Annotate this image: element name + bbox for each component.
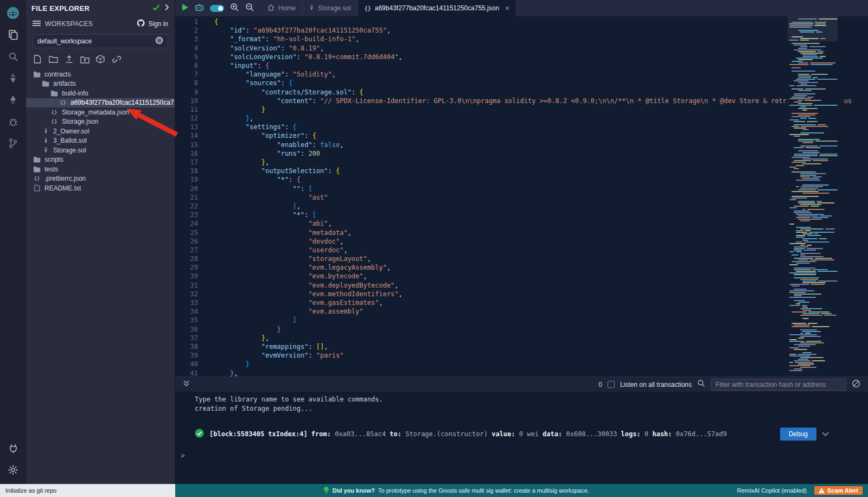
expand-panel-icon[interactable]	[164, 3, 169, 13]
code-line: "metadata",	[214, 228, 788, 237]
tree-item-label: README.txt	[44, 184, 81, 192]
tree-item[interactable]: contracts	[26, 69, 175, 79]
code-line: "devdoc",	[214, 237, 788, 246]
tree-item[interactable]: Storage.sol	[26, 145, 175, 155]
settings-icon[interactable]	[3, 460, 23, 480]
code-line: "evm.legacyAssembly",	[214, 263, 788, 272]
terminal[interactable]: Type the library name to see available c…	[175, 392, 868, 484]
deploy-run-icon[interactable]	[3, 90, 23, 110]
tree-item[interactable]: {}a69b43f277ba20fcac141151250ca7...	[26, 98, 175, 108]
tab-label: Storage.sol	[318, 4, 351, 12]
tree-item-label: contracts	[44, 71, 71, 78]
tree-item-label: a69b43f277ba20fcac141151250ca7...	[71, 99, 175, 106]
code-line: "settings": {	[214, 123, 788, 131]
file-tree: contractsartifactsbuild-info{}a69b43f277…	[26, 67, 175, 484]
check-icon	[152, 3, 160, 13]
import-url-icon[interactable]	[111, 54, 121, 64]
code-line: "runs": 200	[214, 149, 788, 158]
file-icon	[33, 184, 41, 192]
import-box-icon[interactable]	[95, 54, 105, 64]
code-line: "content": "// SPDX-License-Identifier: …	[214, 97, 788, 105]
transaction-filter-input[interactable]	[711, 379, 846, 391]
workspaces-menu-icon[interactable]	[33, 20, 41, 28]
tree-item[interactable]: scripts	[26, 155, 175, 165]
tree-item[interactable]: build-info	[26, 88, 175, 98]
code-line: "remappings": [],	[214, 342, 788, 351]
minimap[interactable]	[788, 16, 838, 377]
tab-build-info-json[interactable]: {} a69b43f277ba20fcac141151250ca755.json…	[358, 0, 517, 16]
upload-folder-icon[interactable]	[80, 54, 90, 64]
upload-file-icon[interactable]	[64, 54, 74, 64]
listen-checkbox[interactable]	[608, 381, 615, 388]
solidity-icon	[41, 146, 50, 154]
folder-icon	[33, 166, 41, 173]
tree-item[interactable]: README.txt	[26, 183, 175, 193]
code-line: "input": {	[214, 61, 788, 70]
zoom-in-icon[interactable]	[230, 3, 239, 14]
debug-button[interactable]: Debug	[780, 428, 816, 441]
file-explorer-panel: FILE EXPLORER WORKSPACES Sign in default…	[26, 0, 175, 484]
tree-item-label: build-info	[62, 90, 88, 97]
solidity-compiler-icon[interactable]	[3, 68, 23, 88]
code-line: },	[214, 369, 788, 377]
remix-logo-icon[interactable]	[3, 3, 23, 23]
tree-item[interactable]: 2_Owner.sol	[26, 126, 175, 136]
tree-item[interactable]: 3_Ballot.sol	[26, 136, 175, 146]
tree-item[interactable]: {}.prettierrc.json	[26, 174, 175, 184]
github-icon	[137, 19, 145, 29]
code-line: },	[214, 158, 788, 167]
workspace-select[interactable]: default_workspace	[33, 34, 168, 48]
json-file-icon: {}	[365, 5, 371, 11]
solidity-icon	[41, 128, 50, 135]
terminal-prompt[interactable]: >	[175, 451, 868, 460]
code-editor[interactable]: 1234567891011121314151617181920212223242…	[175, 16, 868, 377]
file-toolbar	[26, 52, 175, 67]
warning-icon	[819, 488, 825, 493]
tree-item-label: Storage.json	[62, 118, 98, 125]
terminal-collapse-icon[interactable]	[183, 380, 190, 390]
debugger-icon[interactable]	[3, 112, 23, 131]
code-line: "id": "a69b43f277ba20fcac141151250ca755"…	[214, 26, 788, 35]
git-init-status[interactable]: Initialize as git repo	[0, 484, 175, 497]
scam-alert-badge[interactable]: Scam Alert	[814, 486, 863, 495]
terminal-search-icon[interactable]	[697, 379, 705, 390]
transaction-count: 0	[598, 381, 602, 388]
listen-label: Listen on all transactions	[620, 381, 692, 388]
clear-console-icon[interactable]	[852, 379, 860, 390]
success-check-icon	[195, 429, 204, 439]
code-line: "sources": {	[214, 79, 788, 87]
new-folder-icon[interactable]	[48, 54, 58, 64]
transaction-summary: [block:5583405 txIndex:4] from: 0xa03...…	[209, 430, 727, 438]
tree-item[interactable]: artifacts	[26, 79, 175, 89]
close-tab-icon[interactable]: ×	[505, 4, 509, 12]
tab-storage-sol[interactable]: Storage.sol	[303, 0, 358, 16]
workspace-options-icon[interactable]	[155, 36, 163, 46]
sign-in-button[interactable]: Sign in	[137, 19, 168, 29]
file-explorer-icon[interactable]	[3, 25, 23, 44]
run-script-icon[interactable]	[182, 3, 189, 14]
transaction-log-row[interactable]: [block:5583405 txIndex:4] from: 0xa03...…	[175, 428, 868, 441]
code-line: "storageLayout",	[214, 254, 788, 263]
code-line: "outputSelection": {	[214, 167, 788, 175]
tree-item[interactable]: tests	[26, 164, 175, 174]
status-bar: Initialize as git repo Did you know? To …	[0, 484, 868, 497]
folder-icon	[41, 80, 50, 87]
expand-log-icon[interactable]	[822, 430, 829, 438]
search-icon[interactable]	[3, 47, 23, 66]
copilot-status[interactable]: RemixAI Copilot (enabled)	[737, 487, 807, 494]
zoom-out-icon[interactable]	[245, 3, 254, 14]
tree-item[interactable]: {}Storage_metadata.json	[26, 107, 175, 117]
code-line: "enabled": false,	[214, 141, 788, 149]
terminal-toolbar: 0 Listen on all transactions	[175, 377, 868, 392]
folder-icon	[33, 71, 41, 78]
workspaces-label: WORKSPACES	[45, 20, 93, 28]
code-line: }	[214, 325, 788, 334]
new-file-icon[interactable]	[33, 54, 42, 64]
copilot-robot-icon[interactable]	[195, 3, 204, 14]
plugin-manager-icon[interactable]	[3, 438, 23, 458]
tree-item[interactable]: {}Storage.json	[26, 117, 175, 127]
copilot-toggle[interactable]	[210, 5, 224, 12]
git-icon[interactable]	[3, 133, 23, 153]
tab-home[interactable]: Home	[261, 0, 303, 16]
tip-prefix: Did you know?	[333, 487, 375, 494]
